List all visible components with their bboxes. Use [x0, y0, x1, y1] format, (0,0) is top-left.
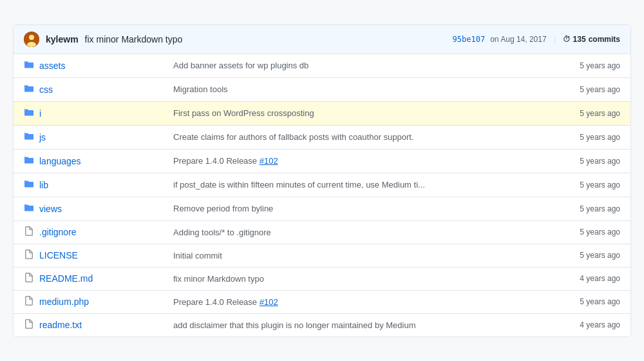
file-icon	[24, 296, 34, 308]
folder-icon	[24, 131, 34, 144]
avatar	[24, 32, 39, 47]
table-row: jsCreate claims for authors of fallback …	[14, 125, 630, 149]
commits-label: commits	[589, 35, 620, 44]
commit-message-cell: if post_date is within fifteen minutes o…	[163, 173, 545, 197]
commit-date: on Aug 14, 2017	[490, 35, 546, 44]
file-name[interactable]: .gitignore	[39, 227, 77, 237]
table-row: cssMigration tools5 years ago	[14, 77, 630, 101]
file-col: i	[24, 107, 153, 120]
file-col: README.md	[24, 273, 153, 285]
folder-icon	[24, 202, 34, 215]
file-col: LICENSE	[24, 249, 153, 262]
file-name[interactable]: README.md	[39, 273, 93, 284]
file-name[interactable]: LICENSE	[39, 250, 78, 260]
commit-message-cell: Remove period from byline	[163, 197, 545, 220]
folder-icon	[24, 83, 34, 96]
folder-icon	[24, 155, 34, 168]
table-row: languagesPrepare 1.4.0 Release #1025 yea…	[14, 149, 630, 173]
file-icon	[24, 319, 34, 331]
table-row: iFirst pass on WordPress crossposting5 y…	[14, 101, 630, 125]
file-name[interactable]: i	[39, 108, 41, 119]
commit-message-cell: Prepare 1.4.0 Release #102	[163, 290, 545, 313]
commit-message-cell: Migration tools	[163, 77, 545, 101]
file-name[interactable]: readme.txt	[39, 320, 82, 330]
issue-link[interactable]: #102	[260, 156, 278, 166]
file-col: views	[24, 202, 153, 215]
history-icon: ⏱	[563, 35, 571, 44]
time-cell: 5 years ago	[545, 290, 630, 313]
table-row: LICENSEInitial commit5 years ago	[14, 244, 630, 267]
svg-point-1	[29, 35, 34, 40]
table-row: readme.txtadd disclaimer that this plugi…	[14, 313, 630, 337]
time-cell: 5 years ago	[545, 101, 630, 125]
table-row: viewsRemove period from byline5 years ag…	[14, 197, 630, 220]
file-name[interactable]: js	[39, 132, 46, 142]
repo-table-container: kylewm fix minor Markdown typo 95be107 o…	[13, 24, 631, 337]
commit-message-cell: add disclaimer that this plugin is no lo…	[163, 313, 545, 337]
commits-count: 135	[573, 35, 586, 44]
commit-message-cell: Prepare 1.4.0 Release #102	[163, 149, 545, 173]
file-col: lib	[24, 179, 153, 191]
commit-message-cell: First pass on WordPress crossposting	[163, 101, 545, 125]
time-cell: 5 years ago	[545, 54, 630, 78]
file-name[interactable]: lib	[39, 180, 48, 190]
folder-icon	[24, 107, 34, 120]
file-col: readme.txt	[24, 319, 153, 331]
file-icon	[24, 226, 34, 239]
file-table: assetsAdd banner assets for wp plugins d…	[14, 54, 630, 337]
file-icon	[24, 273, 34, 285]
file-col: js	[24, 131, 153, 144]
file-col: css	[24, 83, 153, 96]
time-cell: 4 years ago	[545, 313, 630, 337]
time-cell: 5 years ago	[545, 125, 630, 149]
file-name[interactable]: assets	[39, 61, 65, 71]
time-cell: 5 years ago	[545, 220, 630, 244]
table-row: medium.phpPrepare 1.4.0 Release #1025 ye…	[14, 290, 630, 313]
commit-meta: 95be107 on Aug 14, 2017 ⏱ 135 commits	[453, 35, 620, 44]
file-col: .gitignore	[24, 226, 153, 239]
table-row: README.mdfix minor Markdown typo4 years …	[14, 267, 630, 290]
file-name[interactable]: languages	[39, 156, 81, 166]
time-cell: 5 years ago	[545, 149, 630, 173]
file-col: assets	[24, 59, 153, 72]
time-cell: 4 years ago	[545, 267, 630, 290]
table-row: libif post_date is within fifteen minute…	[14, 173, 630, 197]
file-name[interactable]: views	[39, 204, 62, 214]
time-cell: 5 years ago	[545, 244, 630, 267]
file-col: languages	[24, 155, 153, 168]
table-row: .gitignoreAdding tools/* to .gitignore5 …	[14, 220, 630, 244]
file-name[interactable]: css	[39, 84, 53, 95]
time-cell: 5 years ago	[545, 197, 630, 220]
svg-point-2	[27, 42, 36, 47]
commit-author[interactable]: kylewm	[46, 34, 79, 44]
commit-message-cell: Adding tools/* to .gitignore	[163, 220, 545, 244]
commit-message-cell: fix minor Markdown typo	[163, 267, 545, 290]
commit-message-cell: Create claims for authors of fallback po…	[163, 125, 545, 149]
file-name[interactable]: medium.php	[39, 297, 89, 307]
time-cell: 5 years ago	[545, 77, 630, 101]
table-row: assetsAdd banner assets for wp plugins d…	[14, 54, 630, 78]
folder-icon	[24, 59, 34, 72]
commits-link[interactable]: ⏱ 135 commits	[554, 35, 620, 44]
commit-message-cell: Initial commit	[163, 244, 545, 267]
commit-message-cell: Add banner assets for wp plugins db	[163, 54, 545, 78]
commit-message: fix minor Markdown typo	[85, 34, 183, 44]
commit-hash[interactable]: 95be107	[453, 35, 486, 44]
file-icon	[24, 249, 34, 262]
file-col: medium.php	[24, 296, 153, 308]
time-cell: 5 years ago	[545, 173, 630, 197]
commit-bar: kylewm fix minor Markdown typo 95be107 o…	[14, 25, 630, 54]
folder-icon	[24, 179, 34, 191]
issue-link[interactable]: #102	[260, 297, 278, 307]
